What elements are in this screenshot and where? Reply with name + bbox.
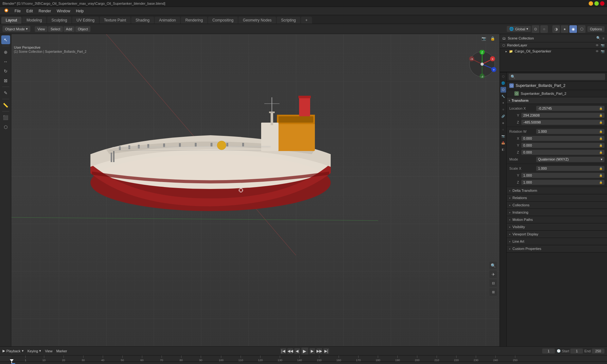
search-field[interactable]: 🔍 bbox=[509, 74, 605, 80]
options-button[interactable]: Options bbox=[587, 26, 604, 32]
menu-edit[interactable]: Edit bbox=[24, 8, 35, 14]
rotation-x-field[interactable]: 0.000 🔒 bbox=[521, 136, 604, 141]
menu-file[interactable]: File bbox=[12, 8, 23, 14]
custom-properties-section[interactable]: ▸ Custom Properties bbox=[507, 245, 607, 252]
props-scene-btn[interactable]: ⬡ bbox=[500, 74, 506, 79]
menu-help[interactable]: Help bbox=[73, 8, 86, 14]
global-selector[interactable]: 🌐 Global ▾ bbox=[507, 26, 531, 32]
tool-move[interactable]: ⊕ bbox=[1, 48, 10, 57]
marker-menu[interactable]: Marker bbox=[56, 349, 67, 353]
quad-view-btn[interactable]: ⊞ bbox=[489, 288, 497, 296]
props-physics-btn[interactable]: ⚛ bbox=[500, 107, 506, 112]
next-keyframe-btn[interactable]: ▶▶ bbox=[316, 348, 322, 354]
location-y-field[interactable]: 294.23608 🔒 bbox=[521, 113, 604, 118]
camera-icon-btn[interactable]: 📷 bbox=[480, 35, 487, 42]
tool-rotate[interactable]: ↔ bbox=[1, 57, 10, 66]
props-particle-btn[interactable]: ✦ bbox=[500, 100, 506, 106]
scale-z-field[interactable]: 1.000 🔒 bbox=[521, 180, 604, 185]
scale-y-field[interactable]: 1.000 🔒 bbox=[521, 173, 604, 178]
props-render-btn[interactable]: 📷 bbox=[500, 133, 506, 139]
tab-modeling[interactable]: Modeling bbox=[22, 17, 46, 24]
rotation-y-field[interactable]: 0.000 🔒 bbox=[521, 143, 604, 148]
menu-window[interactable]: Window bbox=[54, 8, 73, 14]
tab-scripting[interactable]: Scripting bbox=[277, 17, 300, 24]
rotation-z-field[interactable]: 0.000 🔒 bbox=[521, 150, 604, 155]
props-world-btn[interactable]: 🌐 bbox=[500, 80, 506, 86]
end-frame-field[interactable]: 250 bbox=[592, 349, 604, 354]
next-frame-btn[interactable]: ▶ bbox=[310, 348, 315, 354]
render-layer-camera[interactable]: 📷 bbox=[601, 44, 604, 47]
props-constraints-btn[interactable]: 🔗 bbox=[500, 113, 506, 119]
filter-icon[interactable]: ≡ bbox=[603, 36, 604, 40]
props-output-btn[interactable]: 📤 bbox=[500, 140, 506, 146]
props-view-layer-btn[interactable]: ◧ bbox=[500, 147, 506, 152]
collections-section[interactable]: ▸ Collections bbox=[507, 202, 607, 209]
motion-paths-section[interactable]: ▸ Motion Paths bbox=[507, 216, 607, 223]
zoom-in-btn[interactable]: 🔍 bbox=[489, 262, 497, 269]
tab-texture-paint[interactable]: Texture Paint bbox=[100, 17, 131, 24]
location-z-field[interactable]: -485.50098 🔒 bbox=[521, 120, 604, 125]
object-menu[interactable]: Object bbox=[75, 26, 90, 32]
viewport[interactable]: X -X Z -Z Y 📷 🔒 🔍 ✈ ⊟ ⊞ bbox=[11, 34, 500, 346]
menu-render[interactable]: Render bbox=[36, 8, 53, 14]
viewport-shading-solid[interactable]: ◑ bbox=[552, 25, 560, 33]
navigation-gizmo[interactable]: X -X Z -Z Y bbox=[468, 50, 496, 78]
local-view-btn[interactable]: ⊟ bbox=[489, 279, 497, 287]
collection-camera[interactable]: 📷 bbox=[601, 50, 604, 53]
tool-transform[interactable]: ⊠ bbox=[1, 76, 10, 85]
close-button[interactable] bbox=[600, 1, 604, 6]
play-btn[interactable]: ▶ bbox=[301, 348, 308, 355]
delta-transform-section[interactable]: ▸ Delta Transform bbox=[507, 187, 607, 194]
current-frame-field[interactable]: 1 bbox=[542, 349, 555, 354]
props-material-btn[interactable]: ○ bbox=[500, 127, 506, 132]
start-frame-field[interactable]: 1 bbox=[570, 349, 583, 354]
search-icon[interactable]: 🔍 bbox=[596, 36, 601, 40]
menu-blender[interactable] bbox=[1, 7, 11, 15]
tab-shading[interactable]: Shading bbox=[131, 17, 154, 24]
tool-add-cube[interactable]: ⬛ bbox=[1, 113, 10, 122]
viewport-shading-rendered[interactable]: ◉ bbox=[569, 25, 577, 33]
jump-start-btn[interactable]: |◀ bbox=[280, 348, 286, 354]
add-menu[interactable]: Add bbox=[64, 26, 75, 32]
tab-rendering[interactable]: Rendering bbox=[181, 17, 207, 24]
line-art-section[interactable]: ▸ Line Art bbox=[507, 238, 607, 245]
timeline-view-menu[interactable]: View bbox=[45, 349, 52, 353]
render-layer-eye[interactable]: 👁 bbox=[596, 44, 599, 47]
collection-eye[interactable]: 👁 bbox=[596, 50, 599, 53]
view-menu[interactable]: View bbox=[35, 26, 47, 32]
tab-sculpting[interactable]: Sculpting bbox=[47, 17, 71, 24]
viewport-display-section[interactable]: ▸ Viewport Display bbox=[507, 231, 607, 238]
viewport-shading-extra[interactable]: ⬡ bbox=[578, 25, 586, 33]
select-menu[interactable]: Select bbox=[48, 26, 63, 32]
scale-x-field[interactable]: 1.000 🔒 bbox=[536, 166, 604, 171]
rotation-mode-select[interactable]: Quaternion (WXYZ) ▾ bbox=[536, 157, 604, 162]
tab-uv-editing[interactable]: UV Editing bbox=[72, 17, 99, 24]
tool-scale[interactable]: ↻ bbox=[1, 67, 10, 76]
minimize-button[interactable] bbox=[589, 1, 593, 6]
tab-add[interactable]: + bbox=[301, 17, 312, 24]
tool-extra[interactable]: ⬡ bbox=[1, 123, 10, 131]
viewport-shading-material[interactable]: ● bbox=[561, 25, 568, 33]
relations-section[interactable]: ▸ Relations bbox=[507, 194, 607, 202]
rotation-w-field[interactable]: 1.000 🔒 bbox=[536, 129, 604, 134]
tool-cursor[interactable]: ↖ bbox=[1, 35, 10, 44]
jump-end-btn[interactable]: ▶| bbox=[323, 348, 329, 354]
expand-arrow[interactable]: ▸ bbox=[506, 50, 507, 53]
snap-btn[interactable]: ⊙ bbox=[532, 25, 539, 33]
prev-keyframe-btn[interactable]: ◀◀ bbox=[287, 348, 293, 354]
tab-geometry-nodes[interactable]: Geometry Nodes bbox=[238, 17, 276, 24]
props-search-input[interactable] bbox=[517, 75, 603, 79]
tool-measure[interactable]: 📏 bbox=[1, 101, 10, 110]
props-modifier-btn[interactable]: 🔧 bbox=[500, 94, 506, 99]
prev-frame-btn[interactable]: ◀ bbox=[294, 348, 300, 354]
proportional-btn[interactable]: ○ bbox=[540, 25, 548, 33]
lock-viewport-btn[interactable]: 🔒 bbox=[489, 35, 496, 42]
tool-annotate[interactable]: ✎ bbox=[1, 88, 10, 97]
location-x-field[interactable]: -0.25745 🔒 bbox=[536, 106, 604, 111]
tab-compositing[interactable]: Compositing bbox=[208, 17, 238, 24]
object-mode-selector[interactable]: Object Mode ▾ bbox=[3, 26, 30, 32]
tab-layout[interactable]: Layout bbox=[1, 17, 21, 24]
tab-animation[interactable]: Animation bbox=[155, 17, 180, 24]
maximize-button[interactable] bbox=[594, 1, 599, 6]
props-data-btn[interactable]: ◈ bbox=[500, 120, 506, 126]
